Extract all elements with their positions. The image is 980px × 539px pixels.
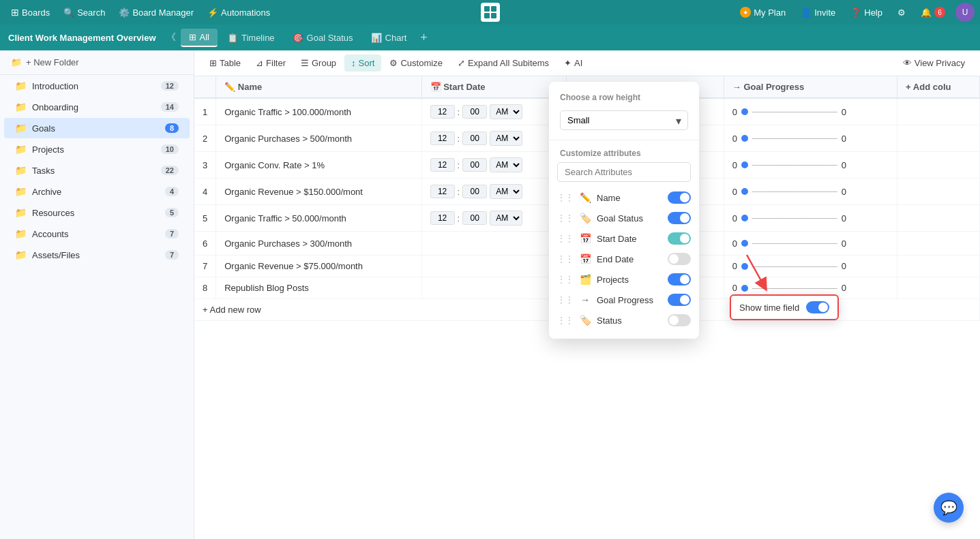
time-min-input[interactable] [462, 185, 487, 198]
sidebar-item-accounts[interactable]: 📁 Accounts 7 [4, 224, 190, 244]
sidebar: 📁 + New Folder 📁 Introduction 12 📁 Onboa… [0, 50, 194, 539]
row-start-date[interactable] [421, 256, 567, 277]
tab-all[interactable]: ⊞ All [181, 29, 218, 47]
row-height-select[interactable]: Small Medium Large [560, 110, 688, 130]
am-pm-select[interactable]: AMPM [490, 157, 522, 172]
search-attributes-input[interactable] [557, 162, 691, 182]
nav-invite[interactable]: 👤 Invite [796, 5, 840, 20]
group-icon: ☰ [301, 58, 309, 68]
end-date-toggle[interactable] [668, 253, 691, 265]
nav-search[interactable]: 🔍 Search [58, 5, 110, 20]
chat-bubble[interactable]: 💬 [934, 493, 964, 523]
row-start-date[interactable]: : AMPM [421, 98, 567, 125]
goal-status-toggle[interactable] [668, 212, 691, 224]
table-icon: ⊞ [209, 58, 217, 68]
progress-dot [741, 188, 748, 195]
status-toggle[interactable] [668, 314, 691, 326]
row-name[interactable]: Organic Revenue > $150.000/mont [216, 179, 421, 205]
group-button[interactable]: ☰ Group [294, 55, 343, 72]
row-start-date[interactable]: : AMPM [421, 205, 567, 232]
row-name[interactable]: Republish Blog Posts [216, 277, 421, 299]
time-hour-input[interactable] [430, 211, 455, 225]
new-folder-button[interactable]: 📁 + New Folder [0, 50, 194, 75]
projects-toggle[interactable] [668, 273, 691, 286]
nav-my-plan[interactable]: ✦ My Plan [735, 5, 790, 20]
row-height-dropdown[interactable]: Small Medium Large ▾ [560, 110, 688, 130]
start-date-toggle[interactable] [668, 232, 691, 245]
row-num: 5 [194, 205, 216, 232]
view-privacy-button[interactable]: 👁 View Privacy [896, 55, 972, 72]
time-hour-input[interactable] [430, 105, 455, 119]
tab-chart[interactable]: 📊 Chart [363, 29, 415, 46]
row-name[interactable]: Organic Revenue > $75.000/month [216, 256, 421, 277]
toggle-knob [680, 193, 689, 202]
table-button[interactable]: ⊞ Table [203, 55, 248, 72]
am-pm-select[interactable]: AMPM [490, 104, 522, 119]
time-min-input[interactable] [462, 158, 487, 172]
filter-button[interactable]: ⊿ Filter [249, 55, 293, 72]
row-start-date[interactable]: : AMPM [421, 125, 567, 152]
progress-dot [741, 215, 748, 221]
time-min-input[interactable] [462, 105, 487, 119]
am-pm-select[interactable]: AMPM [490, 131, 522, 146]
customize-dropdown: Choose a row height Small Medium Large ▾… [549, 82, 699, 339]
folder-icon: 📁 [15, 144, 27, 155]
name-attr-icon: ✏️ [579, 192, 591, 203]
user-avatar[interactable]: U [955, 3, 975, 22]
nav-board-manager[interactable]: ⚙️ Board Manager [113, 5, 199, 20]
toggle-knob [818, 303, 828, 312]
am-pm-select[interactable]: AMPM [490, 211, 522, 226]
nav-settings[interactable]: ⚙ [893, 5, 910, 20]
time-min-input[interactable] [462, 132, 487, 145]
nav-right: ✦ My Plan 👤 Invite ❓ Help ⚙ 🔔 6 U [735, 3, 975, 22]
row-start-date[interactable] [421, 277, 567, 299]
content-area: ⊞ Table ⊿ Filter ☰ Group ↕ Sort ⚙ Custom… [194, 50, 980, 539]
nav-automations[interactable]: ⚡ Automations [202, 5, 276, 20]
sidebar-item-projects[interactable]: 📁 Projects 10 [4, 139, 190, 159]
sidebar-item-tasks[interactable]: 📁 Tasks 22 [4, 160, 190, 181]
toggle-knob [680, 213, 689, 223]
time-hour-input[interactable] [430, 132, 455, 145]
am-pm-select[interactable]: AMPM [490, 184, 522, 199]
row-start-date[interactable]: : AMPM [421, 152, 567, 179]
drag-handle-icon: ⋮⋮ [557, 213, 574, 223]
top-nav: ⊞ Boards 🔍 Search ⚙️ Board Manager ⚡ Aut… [0, 0, 980, 25]
time-hour-input[interactable] [430, 185, 455, 198]
nav-boards[interactable]: ⊞ Boards [5, 4, 55, 20]
nav-notifications[interactable]: 🔔 6 [916, 5, 950, 20]
col-start-date[interactable]: 📅 Start Date [421, 76, 567, 98]
goal-progress-toggle[interactable] [668, 294, 691, 306]
col-goal-progress[interactable]: → Goal Progress [724, 76, 897, 98]
sort-button[interactable]: ↕ Sort [344, 55, 381, 72]
nav-help[interactable]: ❓ Help [846, 5, 887, 20]
tab-goal-status[interactable]: 🎯 Goal Status [284, 29, 361, 46]
sidebar-item-goals[interactable]: 📁 Goals 8 [4, 118, 190, 138]
row-name[interactable]: Organic Conv. Rate > 1% [216, 152, 421, 179]
sidebar-item-resources[interactable]: 📁 Resources 5 [4, 202, 190, 223]
row-start-date[interactable]: : AMPM [421, 179, 567, 205]
collapse-button[interactable]: 《 [163, 29, 179, 46]
tab-timeline[interactable]: 📋 Timeline [219, 29, 283, 46]
status-attr-icon: 🏷️ [579, 315, 591, 326]
folder-icon: 📁 [15, 165, 27, 176]
add-tab-button[interactable]: + [416, 29, 432, 47]
sidebar-item-archive[interactable]: 📁 Archive 4 [4, 181, 190, 202]
time-hour-input[interactable] [430, 158, 455, 172]
folder-icon: 📁 [15, 249, 27, 260]
sidebar-item-introduction[interactable]: 📁 Introduction 12 [4, 76, 190, 96]
row-name[interactable]: Organic Traffic > 100.000/month [216, 98, 421, 125]
time-min-input[interactable] [462, 211, 487, 225]
row-name[interactable]: Organic Purchases > 300/month [216, 232, 421, 256]
expand-all-button[interactable]: ⤢ Expand All Subitems [451, 55, 556, 72]
drag-handle-icon: ⋮⋮ [557, 315, 574, 325]
ai-button[interactable]: ✦ AI [557, 55, 589, 72]
row-name[interactable]: Organic Traffic > 50.000/month [216, 205, 421, 232]
sidebar-item-onboarding[interactable]: 📁 Onboarding 14 [4, 97, 190, 117]
add-column-button[interactable]: + Add colu [897, 76, 980, 98]
show-time-field-toggle[interactable] [806, 301, 829, 313]
customize-button[interactable]: ⚙ Customize [383, 55, 449, 72]
row-name[interactable]: Organic Purchases > 500/month [216, 125, 421, 152]
row-start-date[interactable] [421, 232, 567, 256]
name-toggle[interactable] [668, 191, 691, 204]
sidebar-item-assets-files[interactable]: 📁 Assets/Files 7 [4, 245, 190, 265]
